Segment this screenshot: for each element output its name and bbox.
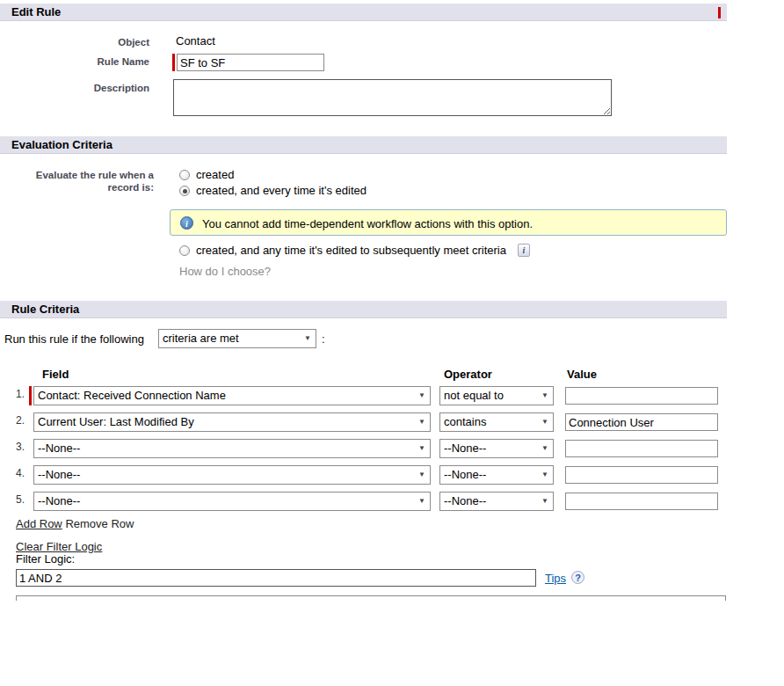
description-label: Description <box>0 82 149 94</box>
edit-rule-page: Edit Rule Object Contact Rule Name Descr… <box>0 0 784 686</box>
radio-created-label[interactable]: created <box>196 168 234 181</box>
row1-operator-select[interactable]: not equal to ▼ <box>439 386 554 405</box>
evaluate-when-label: Evaluate the rule when a record is: <box>0 169 154 193</box>
option-info-icon[interactable]: i <box>518 244 530 257</box>
criteria-mode-select[interactable]: criteria are met ▼ <box>158 329 316 348</box>
page-title-bar: Edit Rule <box>0 4 727 21</box>
radio-created-and-edited-label[interactable]: created, and every time it's edited <box>196 184 367 197</box>
row2-field-select[interactable]: Current User: Last Modified By ▼ <box>33 412 431 432</box>
row3-operator-select[interactable]: --None-- ▼ <box>439 439 554 458</box>
filter-logic-label: Filter Logic: <box>16 552 75 566</box>
required-indicator <box>172 54 175 71</box>
radio-subsequently-meet-label[interactable]: created, and any time it's edited to sub… <box>196 244 506 257</box>
chevron-down-icon: ▼ <box>541 466 548 484</box>
row4-operator-select[interactable]: --None-- ▼ <box>439 465 554 485</box>
row3-field-select[interactable]: --None-- ▼ <box>33 439 431 458</box>
row-number: 5. <box>16 493 25 506</box>
help-icon[interactable]: ? <box>571 571 584 584</box>
row5-operator-select[interactable]: --None-- ▼ <box>439 492 554 511</box>
add-row-link[interactable]: Add Row <box>16 517 62 530</box>
filter-logic-input[interactable] <box>16 569 536 587</box>
object-label: Object <box>0 36 149 48</box>
row1-field-select[interactable]: Contact: Received Connection Name ▼ <box>33 386 431 405</box>
row-number: 3. <box>16 441 25 453</box>
chevron-down-icon: ▼ <box>541 493 548 510</box>
row-actions: Add Row Remove Row <box>16 517 134 530</box>
chevron-down-icon: ▼ <box>418 440 425 457</box>
row1-value-input[interactable] <box>565 387 718 405</box>
partial-next-box <box>16 595 726 601</box>
chevron-down-icon: ▼ <box>541 387 548 405</box>
value-column-header: Value <box>567 368 597 381</box>
radio-subsequently-meet[interactable] <box>179 245 190 256</box>
chevron-down-icon: ▼ <box>418 387 425 405</box>
field-column-header: Field <box>42 368 69 381</box>
required-indicator <box>29 386 32 405</box>
remove-row-text: Remove Row <box>65 517 134 530</box>
how-do-i-choose-link[interactable]: How do I choose? <box>179 265 271 278</box>
chevron-down-icon: ▼ <box>418 413 425 431</box>
row2-value-input[interactable] <box>565 413 718 431</box>
row-number: 2. <box>16 414 25 427</box>
radio-created[interactable] <box>179 170 190 180</box>
rule-criteria-header: Rule Criteria <box>0 301 727 318</box>
chevron-down-icon: ▼ <box>418 466 425 484</box>
colon-text: : <box>322 332 325 346</box>
operator-column-header: Operator <box>444 368 492 381</box>
row3-value-input[interactable] <box>565 440 718 457</box>
rule-name-input[interactable] <box>177 54 324 71</box>
row4-field-select[interactable]: --None-- ▼ <box>33 465 431 485</box>
rule-name-label: Rule Name <box>0 55 149 68</box>
row2-operator-select[interactable]: contains ▼ <box>439 412 554 432</box>
clear-filter-logic-link: Clear Filter Logic <box>16 540 102 553</box>
info-icon: i <box>180 216 193 230</box>
row5-value-input[interactable] <box>565 493 718 510</box>
radio-created-and-edited[interactable] <box>179 186 190 196</box>
row-number: 4. <box>16 467 25 479</box>
warning-box: i You cannot add time-dependent workflow… <box>170 209 727 236</box>
warning-text: You cannot add time-dependent workflow a… <box>202 217 533 230</box>
row4-value-input[interactable] <box>565 466 718 484</box>
description-textarea[interactable] <box>173 79 612 116</box>
tips-link-wrap: Tips <box>545 572 566 585</box>
page-title: Edit Rule <box>11 5 61 18</box>
chevron-down-icon: ▼ <box>541 440 548 457</box>
row-number: 1. <box>16 388 25 400</box>
row5-field-select[interactable]: --None-- ▼ <box>33 492 431 511</box>
evaluation-criteria-header: Evaluation Criteria <box>0 136 727 154</box>
chevron-down-icon: ▼ <box>304 330 311 347</box>
required-legend-marker <box>718 7 721 18</box>
chevron-down-icon: ▼ <box>541 413 548 431</box>
chevron-down-icon: ▼ <box>418 493 425 510</box>
run-rule-label: Run this rule if the following <box>4 332 144 346</box>
tips-link[interactable]: Tips <box>545 572 566 585</box>
object-value: Contact <box>176 34 215 47</box>
